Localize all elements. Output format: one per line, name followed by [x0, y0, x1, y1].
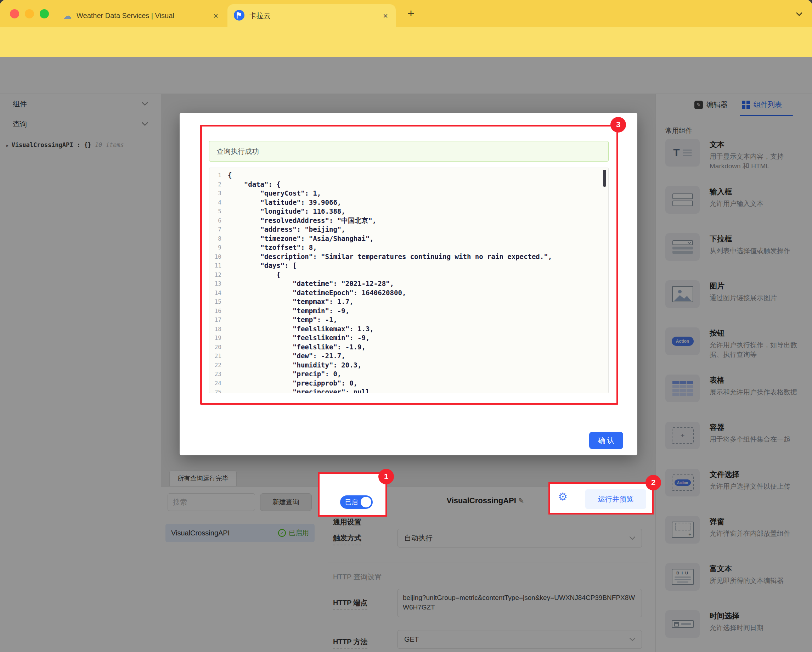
- window-close-button[interactable]: [10, 9, 19, 18]
- line-text: "precipcover": null,: [228, 388, 374, 393]
- tab-title: 卡拉云: [249, 11, 377, 21]
- toggle-label: 已启: [345, 498, 358, 506]
- line-number: 23: [209, 370, 228, 379]
- code-line: 4 "latitude": 39.9066,: [209, 198, 608, 207]
- line-number: 21: [209, 351, 228, 361]
- query-result-modal: 查询执行成功 1 { 2 "data": { 3 "queryCost": 1,: [180, 113, 637, 455]
- code-line: 19 "feelslikemin": -9,: [209, 333, 608, 343]
- code-line: 14 "datetimeEpoch": 1640620800,: [209, 289, 608, 298]
- line-number: 8: [209, 234, 228, 243]
- code-line: 2 "data": {: [209, 180, 608, 189]
- line-text: "data": {: [228, 180, 281, 189]
- annotation-circle-2: 2: [646, 475, 661, 490]
- run-and-preview-button[interactable]: 运行并预览: [585, 489, 646, 509]
- annotation-box-1: 已启: [318, 472, 387, 517]
- code-line: 21 "dew": -21.7,: [209, 351, 608, 361]
- query-settings-gear-icon[interactable]: ⚙: [558, 492, 568, 502]
- line-text: "feelslike": -1.9,: [228, 343, 366, 352]
- scrollbar-thumb[interactable]: [603, 170, 606, 187]
- line-text: "tzoffset": 8,: [228, 243, 317, 252]
- browser-toolbar: alpha.kalacloud.com/apps/s18us5mwkw/edit…: [0, 27, 812, 57]
- code-line: 23 "precip": 0,: [209, 370, 608, 379]
- code-line: 1 {: [209, 171, 608, 180]
- code-line: 5 "longitude": 116.388,: [209, 207, 608, 216]
- line-number: 16: [209, 307, 228, 316]
- annotation-circle-1: 1: [379, 469, 394, 484]
- line-text: "feelslikemin": -9,: [228, 333, 369, 343]
- confirm-button[interactable]: 确 认: [589, 432, 623, 449]
- line-text: "days": [: [228, 261, 296, 270]
- line-number: 3: [209, 189, 228, 198]
- line-number: 12: [209, 270, 228, 279]
- line-text: "latitude": 39.9066,: [228, 198, 341, 207]
- code-line: 24 "precipprob": 0,: [209, 379, 608, 388]
- line-text: "queryCost": 1,: [228, 189, 321, 198]
- line-number: 9: [209, 243, 228, 252]
- tab-kalacloud[interactable]: 卡拉云 ×: [227, 4, 396, 27]
- line-number: 24: [209, 379, 228, 388]
- annotation-box-2: ⚙ 运行并预览: [548, 482, 654, 515]
- line-text: "address": "beijing",: [228, 225, 345, 234]
- line-text: {: [228, 171, 232, 180]
- line-number: 20: [209, 343, 228, 352]
- json-result-viewer[interactable]: 1 { 2 "data": { 3 "queryCost": 1, 4: [209, 168, 609, 393]
- code-line: 10 "description": "Similar temperatures …: [209, 252, 608, 261]
- line-number: 13: [209, 279, 228, 289]
- line-text: "timezone": "Asia/Shanghai",: [228, 234, 374, 243]
- line-number: 11: [209, 261, 228, 270]
- line-text: "precipprob": 0,: [228, 379, 357, 388]
- line-number: 2: [209, 180, 228, 189]
- line-text: "dew": -21.7,: [228, 351, 345, 361]
- code-line: 22 "humidity": 20.3,: [209, 361, 608, 370]
- tab-close-icon[interactable]: ×: [212, 11, 220, 21]
- line-text: {: [228, 270, 281, 279]
- code-line: 7 "address": "beijing",: [209, 225, 608, 234]
- code-line: 3 "queryCost": 1,: [209, 189, 608, 198]
- line-number: 19: [209, 333, 228, 343]
- code-line: 16 "tempmin": -9,: [209, 307, 608, 316]
- code-line: 15 "tempmax": 1.7,: [209, 297, 608, 307]
- query-success-message: 查询执行成功: [209, 141, 609, 162]
- line-number: 1: [209, 171, 228, 180]
- line-text: "temp": -1,: [228, 315, 337, 325]
- line-text: "precip": 0,: [228, 370, 341, 379]
- line-text: "feelslikemax": 1.3,: [228, 325, 374, 334]
- code-line: 17 "temp": -1,: [209, 315, 608, 325]
- code-line: 20 "feelslike": -1.9,: [209, 343, 608, 352]
- line-number: 10: [209, 252, 228, 261]
- line-number: 15: [209, 297, 228, 307]
- kalacloud-favicon-icon: [234, 10, 244, 22]
- query-enabled-toggle[interactable]: 已启: [340, 495, 373, 509]
- line-number: 22: [209, 361, 228, 370]
- traffic-lights: [10, 9, 49, 18]
- line-text: "description": "Similar temperatures con…: [228, 252, 552, 261]
- line-number: 7: [209, 225, 228, 234]
- browser-window: ☁ Weather Data Services | Visual × 卡拉云 ×…: [0, 0, 812, 652]
- line-text: "tempmin": -9,: [228, 307, 349, 316]
- line-text: "datetime": "2021-12-28",: [228, 279, 394, 289]
- code-line: 6 "resolvedAddress": "中国北京",: [209, 216, 608, 225]
- line-text: "tempmax": 1.7,: [228, 297, 354, 307]
- line-text: "longitude": 116.388,: [228, 207, 345, 216]
- line-number: 17: [209, 315, 228, 325]
- tab-search-chevron-icon[interactable]: [794, 9, 804, 21]
- browser-tab-bar: ☁ Weather Data Services | Visual × 卡拉云 ×…: [0, 0, 812, 27]
- line-number: 4: [209, 198, 228, 207]
- code-line: 9 "tzoffset": 8,: [209, 243, 608, 252]
- line-text: "humidity": 20.3,: [228, 361, 362, 370]
- new-tab-button[interactable]: +: [408, 6, 415, 20]
- line-number: 14: [209, 289, 228, 298]
- code-line: 12 {: [209, 270, 608, 279]
- line-text: "datetimeEpoch": 1640620800,: [228, 289, 406, 298]
- annotation-circle-3: 3: [611, 117, 626, 133]
- line-number: 6: [209, 216, 228, 225]
- line-number: 25: [209, 388, 228, 393]
- tab-weather-data-services[interactable]: ☁ Weather Data Services | Visual ×: [57, 4, 226, 27]
- tab-title: Weather Data Services | Visual: [76, 12, 207, 20]
- window-minimize-button[interactable]: [25, 9, 34, 18]
- window-fullscreen-button[interactable]: [40, 9, 49, 18]
- toggle-knob: [361, 497, 371, 507]
- line-text: "resolvedAddress": "中国北京",: [228, 216, 376, 225]
- code-line: 18 "feelslikemax": 1.3,: [209, 325, 608, 334]
- tab-close-icon[interactable]: ×: [382, 11, 389, 21]
